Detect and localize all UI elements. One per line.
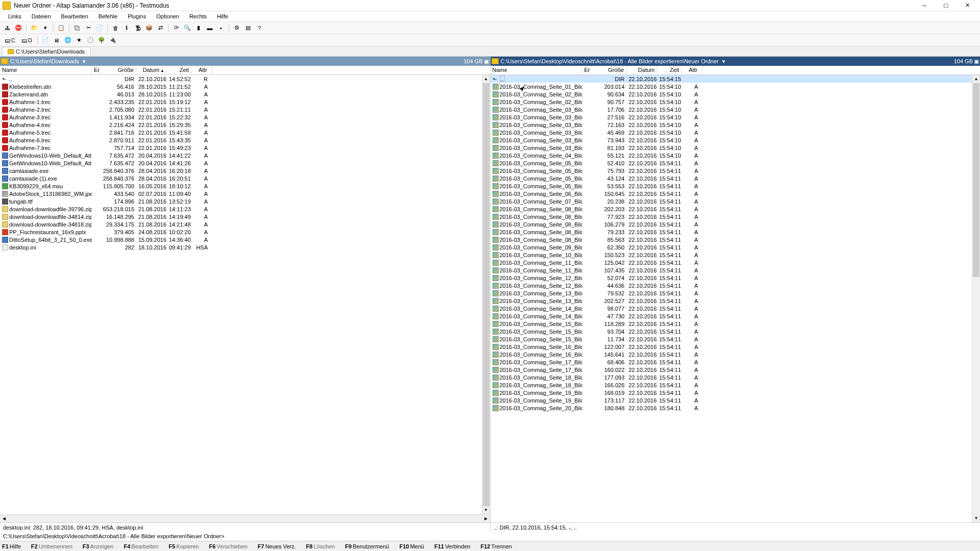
documents-icon[interactable]: 📄 [40, 35, 51, 45]
file-row[interactable]: 2016-03_Commag_Seite_13_Bild_0001.jpg79.… [491, 289, 972, 297]
tab-downloads[interactable]: C:\Users\Stefan\Downloads [2, 47, 90, 56]
file-row[interactable]: camtasiade.exe258.840.37628.04.201616:20… [0, 167, 482, 174]
menu-hilfe[interactable]: Hilfe [212, 12, 233, 20]
file-row[interactable]: Aufnahme-7.trec757.71422.01.201615:49:23… [0, 144, 482, 152]
dos-icon[interactable]: ▬ [205, 23, 215, 33]
fkey-f3[interactable]: F3Anzeigen [83, 543, 114, 549]
file-row[interactable]: 2016-03_Commag_Seite_02_Bild_0001.jpg90.… [491, 90, 972, 98]
right-path-bar[interactable]: C:\Users\Stefan\Desktop\Videoschnitt\Acr… [491, 57, 981, 66]
file-row[interactable]: 2016-03_Commag_Seite_03_Bild_0004.jpg45.… [491, 129, 972, 136]
menu-rechts[interactable]: Rechts [184, 12, 212, 20]
col-time[interactable]: Zeit [657, 66, 682, 74]
plugin-icon[interactable]: 🔌 [108, 35, 118, 45]
fkey-f1[interactable]: F1Hilfe [2, 543, 21, 549]
file-row[interactable]: Aufnahme-6.trec2.870.91122.01.201615:43:… [0, 136, 482, 144]
col-size[interactable]: Größe [100, 66, 136, 74]
scroll-right-icon[interactable]: ▶ [482, 515, 490, 522]
path-dropdown-icon[interactable]: ▾ [81, 58, 87, 65]
file-row[interactable]: 2016-03_Commag_Seite_01_Bild_0001.jpg203… [491, 83, 972, 90]
fkey-f2[interactable]: F2Umbenennen [31, 543, 72, 549]
file-row[interactable]: Aufnahme-4.trec2.216.42422.01.201615:29:… [0, 121, 482, 129]
path-dropdown-icon[interactable]: ▾ [721, 58, 727, 65]
file-row[interactable]: 2016-03_Commag_Seite_06_Bild_0001.jpg150… [491, 190, 972, 197]
terminal-icon[interactable]: ▮ [193, 23, 204, 33]
file-row[interactable]: Aufnahme-2.trec2.705.08022.01.201615:21:… [0, 106, 482, 113]
scroll-up-icon[interactable]: ▲ [482, 75, 490, 83]
col-time[interactable]: Zeit [167, 66, 191, 74]
file-row[interactable]: Zackenrand.atn46.01328.10.201511:23:00A [0, 90, 482, 98]
left-path-bar[interactable]: C:\Users\Stefan\Downloads ▾ 104 GB ▣ [0, 57, 490, 66]
file-row[interactable]: PP_Fischrestaurant_16x9.pptx379.40524.08… [0, 228, 482, 236]
favorites-icon[interactable]: ★ [74, 35, 84, 45]
scroll-down-icon[interactable]: ▼ [972, 514, 980, 522]
history-icon[interactable]: 🕘 [85, 35, 95, 45]
copy-icon[interactable]: ⿻ [72, 23, 82, 33]
file-row[interactable]: 2016-03_Commag_Seite_19_Bild_0002.jpg173… [491, 396, 972, 404]
file-row[interactable]: 2016-03_Commag_Seite_05_Bild_0004.jpg53.… [491, 182, 972, 190]
col-date[interactable]: Datum [627, 66, 657, 74]
file-row[interactable]: 2016-03_Commag_Seite_17_Bild_0002.jpg160… [491, 366, 972, 373]
drive-c[interactable]: 🖴C [2, 36, 18, 44]
cut-icon[interactable]: ✂ [83, 23, 93, 33]
col-size[interactable]: Größe [590, 66, 627, 74]
file-row[interactable]: download-downloadfile-34818.zip29.334.17… [0, 220, 482, 228]
file-row[interactable]: 2016-03_Commag_Seite_03_Bild_0005.jpg73.… [491, 136, 972, 144]
col-ext[interactable]: Erw [92, 66, 100, 74]
file-row[interactable]: 2016-03_Commag_Seite_12_Bild_0001.jpg52.… [491, 274, 972, 282]
file-row[interactable]: 2016-03_Commag_Seite_03_Bild_0006.jpg81.… [491, 144, 972, 152]
file-row[interactable]: 2016-03_Commag_Seite_16_Bild_0001.jpg122… [491, 343, 972, 350]
file-row[interactable]: 2016-03_Commag_Seite_04_Bild_0001.jpg55.… [491, 152, 972, 159]
maximize-button[interactable]: ▢ [936, 1, 956, 11]
network-icon[interactable]: 🌐 [63, 35, 73, 45]
desktop-icon[interactable]: 🖥 [52, 35, 62, 45]
menu-links[interactable]: Links [3, 12, 27, 20]
file-row[interactable]: 2016-03_Commag_Seite_15_Bild_0001.jpg118… [491, 320, 972, 328]
right-scrollbar[interactable]: ▲ ▼ [972, 75, 980, 522]
clipboard-icon[interactable]: 📋 [56, 23, 66, 33]
file-row[interactable]: 2016-03_Commag_Seite_08_Bild_0002.jpg106… [491, 220, 972, 228]
col-date[interactable]: Datum▲ [136, 66, 167, 74]
menu-plugins[interactable]: Plugins [122, 12, 151, 20]
menu-dateien[interactable]: Dateien [27, 12, 56, 20]
file-row[interactable]: 2016-03_Commag_Seite_18_Bild_0002.jpg166… [491, 381, 972, 389]
right-file-list[interactable]: ..DIR22.10.201615:54:152016-03_Commag_Se… [491, 75, 972, 522]
file-row[interactable]: 2016-03_Commag_Seite_07_Bild_0001.jpg20.… [491, 197, 972, 205]
file-row[interactable]: 2016-03_Commag_Seite_03_Bild_0003.jpg72.… [491, 121, 972, 129]
file-row[interactable]: desktop.ini28218.10.201609:41:29HSA [0, 243, 482, 251]
col-attr[interactable]: Attr [682, 66, 702, 74]
file-row[interactable]: 2016-03_Commag_Seite_18_Bild_0001.jpg177… [491, 373, 972, 381]
file-row[interactable]: Aufnahme-5.trec2.841.71622.01.201615:41:… [0, 129, 482, 136]
file-row[interactable]: 2016-03_Commag_Seite_02_Bild_0002.jpg90.… [491, 98, 972, 106]
menu-optionen[interactable]: Optionen [151, 12, 184, 20]
file-row[interactable]: 2016-03_Commag_Seite_10_Bild_0001.jpg150… [491, 251, 972, 259]
view-icon[interactable]: ▤ [243, 23, 253, 33]
file-row[interactable]: 2016-03_Commag_Seite_05_Bild_0002.jpg75.… [491, 167, 972, 174]
scroll-left-icon[interactable]: ◀ [0, 515, 8, 522]
file-row[interactable]: 2016-03_Commag_Seite_17_Bild_0001.jpg68.… [491, 358, 972, 366]
file-row[interactable]: 2016-03_Commag_Seite_05_Bild_0001.jpg52.… [491, 159, 972, 167]
file-row[interactable]: 2016-03_Commag_Seite_15_Bild_0003.jpg11.… [491, 335, 972, 343]
options-icon[interactable]: ⚙ [232, 23, 242, 33]
file-row[interactable]: 2016-03_Commag_Seite_11_Bild_0002.jpg107… [491, 266, 972, 274]
file-row[interactable]: 2016-03_Commag_Seite_03_Bild_0001.jpg17.… [491, 106, 972, 113]
close-button[interactable]: ✕ [957, 1, 977, 11]
file-row[interactable]: 2016-03_Commag_Seite_12_Bild_0002.jpg44.… [491, 282, 972, 289]
scroll-down-icon[interactable]: ▼ [482, 506, 490, 514]
file-row[interactable]: DittoSetup_64bit_3_21_50_0.exe10.998.888… [0, 236, 482, 243]
scroll-up-icon[interactable]: ▲ [972, 75, 980, 83]
file-row[interactable]: 2016-03_Commag_Seite_03_Bild_0002.jpg27.… [491, 113, 972, 121]
file-row[interactable]: camtasiade (1).exe258.840.37628.04.20161… [0, 174, 482, 182]
file-row[interactable]: GetWindows10-Web_Default_Attr (1).exe7.6… [0, 159, 482, 167]
col-attr[interactable]: Attr [191, 66, 212, 74]
help-icon[interactable]: ? [254, 23, 264, 33]
fkey-f7[interactable]: F7Neues Verz. [258, 543, 296, 549]
file-row[interactable]: 2016-03_Commag_Seite_14_Bild_0001.jpg98.… [491, 305, 972, 312]
new-folder-icon[interactable]: 📁 [29, 23, 39, 33]
file-row[interactable]: 2016-03_Commag_Seite_19_Bild_0001.jpg168… [491, 389, 972, 396]
file-row[interactable]: 2016-03_Commag_Seite_20_Bild_0001.jpg180… [491, 404, 972, 412]
fkey-f12[interactable]: F12Trennen [480, 543, 512, 549]
file-row[interactable]: 2016-03_Commag_Seite_08_Bild_0003.jpg79.… [491, 228, 972, 236]
delete-icon[interactable]: 🗑 [110, 23, 120, 33]
properties-icon[interactable]: ℹ [121, 23, 132, 33]
paste-icon[interactable]: 📄 [94, 23, 105, 33]
